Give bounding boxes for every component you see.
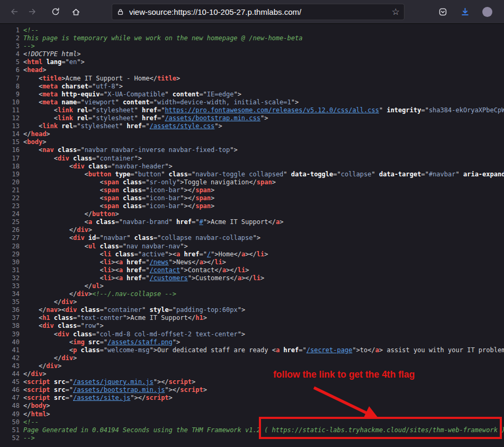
line-number: 9 [0, 91, 20, 99]
source-link[interactable]: /assets/bootstrap.min.js [73, 386, 165, 394]
source-line: 4<!DOCTYPE html> [0, 50, 504, 58]
source-line: 7 <title>Acme IT Support - Home</title> [0, 75, 504, 83]
line-number: 36 [0, 306, 20, 314]
source-line: 47<script src="/assets/site.js"></script… [0, 394, 504, 402]
source-link[interactable]: https://pro.fontawesome.com/releases/v5.… [165, 106, 379, 114]
source-line: 6<head> [0, 66, 504, 74]
source-line: 8 <meta charset="utf-8"> [0, 83, 504, 91]
line-number: 23 [0, 202, 20, 210]
source-line: 28 <ul class="nav navbar-nav"> [0, 243, 504, 251]
source-line: 48</body> [0, 402, 504, 410]
source-line: 32 <li><a href="/customers">Customers</a… [0, 274, 504, 282]
reload-button[interactable] [47, 4, 64, 20]
source-link[interactable]: /assets/staff.png [107, 338, 173, 346]
source-line: 22 <span class="icon-bar"></span> [0, 194, 504, 202]
line-number: 30 [0, 258, 20, 266]
source-line: 10 <meta name="viewport" content="width=… [0, 99, 504, 106]
line-number: 4 [0, 50, 20, 58]
source-line: 23 <span class="icon-bar"></span> [0, 202, 504, 210]
source-line: 17 <div class="container"> [0, 155, 504, 163]
source-link[interactable]: /customers [149, 274, 187, 282]
source-line: 12 <link rel="stylesheet" href="/assets/… [0, 114, 504, 122]
source-line: 25 <a class="navbar-brand" href="#">Acme… [0, 218, 504, 226]
source-line: 13 <link rel="stylesheet" href="/assets/… [0, 122, 504, 130]
account-button[interactable] [479, 4, 496, 20]
source-line: 2This page is temporary while we work on… [0, 34, 504, 42]
reload-icon [51, 7, 60, 16]
line-number: 44 [0, 370, 20, 378]
home-button[interactable] [67, 4, 84, 20]
source-link[interactable]: /news [149, 258, 168, 266]
source-line: 5<html lang="en"> [0, 58, 504, 66]
line-number: 52 [0, 434, 20, 442]
source-line: 11 <link rel="stylesheet" href="https://… [0, 106, 504, 114]
source-line: 34 </div><!--/.nav-collapse --> [0, 290, 504, 298]
line-number: 14 [0, 130, 20, 138]
source-line: 14</head> [0, 130, 504, 138]
line-number: 32 [0, 274, 20, 282]
line-number: 28 [0, 243, 20, 251]
line-number: 6 [0, 66, 20, 74]
source-line: 20 <span class="sr-only">Toggle navigati… [0, 178, 504, 186]
forward-button[interactable] [24, 4, 41, 20]
source-line: 36 </nav><div class="container" style="p… [0, 306, 504, 314]
line-number: 18 [0, 163, 20, 171]
line-number: 27 [0, 234, 20, 242]
line-number: 26 [0, 226, 20, 234]
source-line: 21 <span class="icon-bar"></span> [0, 186, 504, 194]
line-number: 24 [0, 210, 20, 218]
lock-icon[interactable] [116, 8, 124, 16]
source-line: 30 <li><a href="/news">News</a></li> [0, 258, 504, 266]
source-link[interactable]: # [199, 218, 203, 226]
pocket-button[interactable] [434, 4, 451, 20]
bookmark-star-icon[interactable]: ☆ [392, 7, 400, 16]
source-line: 38 <div class="row"> [0, 322, 504, 330]
line-number: 42 [0, 354, 20, 362]
source-link[interactable]: /assets/jquery.min.js [73, 378, 154, 386]
line-number: 25 [0, 218, 20, 226]
source-line: 18 <div class="navbar-header"> [0, 163, 504, 171]
line-number: 8 [0, 83, 20, 91]
source-line: 39 <div class="col-md-8 col-md-offset-2 … [0, 330, 504, 338]
line-number: 48 [0, 402, 20, 410]
source-link[interactable]: /assets/style.css [149, 122, 214, 130]
url-input[interactable]: view-source:https://10-10-205-27.p.thmla… [129, 7, 392, 16]
home-icon [71, 7, 80, 16]
source-line: 27 <div id="navbar" class="collapse navb… [0, 234, 504, 242]
line-number: 49 [0, 410, 20, 418]
url-bar[interactable]: view-source:https://10-10-205-27.p.thmla… [112, 4, 404, 20]
source-link[interactable]: /assets/site.js [73, 394, 130, 401]
source-line: 37 <h1 class="text-center">Acme IT Suppo… [0, 314, 504, 322]
source-line: 42 </div> [0, 354, 504, 362]
source-line: 3--> [0, 42, 504, 50]
source-link[interactable]: /contact [149, 266, 180, 274]
downloads-button[interactable] [456, 4, 473, 20]
back-arrow-icon [10, 7, 19, 16]
line-number: 46 [0, 386, 20, 394]
line-number: 50 [0, 418, 20, 426]
line-number: 34 [0, 290, 20, 298]
line-number: 15 [0, 138, 20, 146]
source-line: 41 <p class="welcome-msg">Our dedicated … [0, 346, 504, 354]
toolbar-right-group [434, 4, 504, 20]
line-number: 10 [0, 99, 20, 106]
source-line: 40 <img src="/assets/staff.png"> [0, 338, 504, 346]
annotation-highlight-box [259, 417, 502, 439]
account-avatar-icon [482, 7, 492, 17]
line-number: 41 [0, 346, 20, 354]
source-line: 26 </div> [0, 226, 504, 234]
source-line: 35 </div> [0, 298, 504, 306]
browser-toolbar: view-source:https://10-10-205-27.p.thmla… [0, 0, 504, 24]
line-number: 13 [0, 122, 20, 130]
source-line: 31 <li><a href="/contact">Contact</a></l… [0, 266, 504, 274]
source-link[interactable]: /secret-page [307, 346, 353, 354]
menu-button[interactable] [501, 4, 504, 20]
source-line: 45<script src="/assets/jquery.min.js"></… [0, 378, 504, 386]
source-line: 29 <li class="active"><a href="/">Home</… [0, 251, 504, 258]
back-button[interactable] [6, 4, 23, 20]
source-line: 9 <meta http-equiv="X-UA-Compatible" con… [0, 91, 504, 99]
source-link[interactable]: /assets/bootstrap.min.css [165, 114, 260, 122]
source-line: 46<script src="/assets/bootstrap.min.js"… [0, 386, 504, 394]
line-number: 17 [0, 155, 20, 163]
line-number: 3 [0, 42, 20, 50]
